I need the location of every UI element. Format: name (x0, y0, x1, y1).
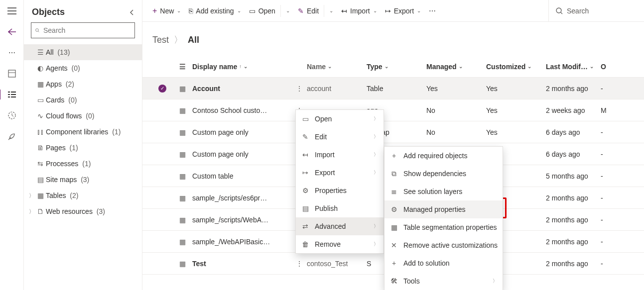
expand-icon[interactable]: 〉 (28, 192, 35, 199)
menu-item-import[interactable]: ↤Import〉 (296, 146, 384, 164)
tree-item-tables[interactable]: 〉 ▦ Tables (2) (24, 188, 142, 203)
submenu-item-add-to-solution[interactable]: +Add to solution (385, 254, 503, 272)
edit-button[interactable]: ✎Edit (294, 0, 323, 21)
tree-item-site-maps[interactable]: ▤ Site maps (3) (24, 172, 142, 188)
sidebar-title: Objects (32, 7, 65, 17)
row-owner: - (601, 260, 611, 268)
open-dropdown[interactable]: ⌄ (282, 0, 294, 21)
chevron-right-icon: 〉 (374, 223, 379, 230)
row-display-name: Custom page only (192, 150, 292, 158)
svg-rect-5 (11, 94, 16, 95)
tree-item-all[interactable]: ☰ All (13) (24, 44, 142, 60)
import-button[interactable]: ↤Import⌄ (337, 0, 381, 21)
new-button[interactable]: +New⌄ (148, 0, 185, 21)
col-type[interactable]: Type⌄ (367, 63, 426, 71)
col-owner[interactable]: O (601, 63, 611, 71)
menu-item-advanced[interactable]: ⇄Advanced〉 (296, 217, 384, 235)
advanced-icon: ⇄ (301, 222, 310, 231)
chevron-right-icon: 〉 (374, 241, 379, 248)
menu-item-properties[interactable]: ⚙Properties (296, 182, 384, 199)
submenu-item-show-dependencies[interactable]: ⧉Show dependencies (385, 165, 503, 183)
row-type-icon: ▦ (172, 85, 192, 93)
sidebar-search[interactable] (31, 22, 135, 38)
chevron-right-icon: 〉 (493, 278, 498, 285)
back-icon[interactable] (7, 27, 17, 37)
col-name[interactable]: Name⌄ (307, 63, 367, 71)
export-button[interactable]: ↦Export⌄ (381, 0, 425, 21)
table-icon: ▦ (389, 223, 398, 232)
menu-item-remove[interactable]: 🗑Remove〉 (296, 235, 384, 253)
tree-item-pages[interactable]: 🗎 Pages (1) (24, 140, 142, 156)
apps-icon: ▦ (35, 80, 46, 88)
row-owner: M (601, 106, 611, 114)
sidebar-collapse-icon[interactable] (129, 9, 134, 16)
svg-point-8 (36, 29, 39, 32)
edit-dropdown[interactable]: ⌄ (325, 0, 337, 21)
row-type: Table (367, 85, 426, 93)
row-type-icon: ▦ (172, 216, 192, 224)
tree-item-component-libraries[interactable]: ⫿⫿ Component libraries (1) (24, 124, 142, 140)
chevron-right-icon: 〉 (374, 151, 379, 158)
row-type-icon: ▦ (172, 172, 192, 180)
tree-item-processes[interactable]: ⇆ Processes (1) (24, 156, 142, 172)
tree-item-web-resources[interactable]: 〉 🗋 Web resources (3) (24, 203, 142, 219)
row-display-name: Contoso School custo… (192, 106, 292, 114)
col-last-modified[interactable]: Last Modif…⌄ (546, 63, 601, 71)
open-icon: ▭ (301, 114, 310, 123)
history-icon[interactable] (7, 110, 17, 120)
expand-icon[interactable]: 〉 (28, 208, 35, 215)
row-display-name: Custom page only (192, 128, 292, 136)
tree-item-cards[interactable]: ▭ Cards (0) (24, 92, 142, 108)
open-button[interactable]: ▭Open (245, 0, 279, 21)
breadcrumb-root[interactable]: Test (152, 35, 169, 45)
add-existing-button[interactable]: ⎘Add existing⌄ (185, 0, 245, 21)
sidebar-search-input[interactable] (43, 26, 130, 34)
table-row[interactable]: ✓ ▦ Account ⋮ account Table Yes Yes 2 mo… (142, 78, 644, 99)
row-menu-icon[interactable]: ⋮ (292, 85, 307, 93)
sort-icon[interactable]: ☰ (179, 63, 186, 71)
rocket-icon[interactable] (7, 131, 17, 141)
row-type-icon: ▦ (172, 150, 192, 158)
submenu-item-add-required-objects[interactable]: +Add required objects (385, 147, 503, 165)
row-menu-icon[interactable]: ⋮ (292, 260, 307, 268)
edit-icon: ✎ (298, 7, 304, 15)
row-owner: - (601, 85, 611, 93)
export-icon: ↦ (301, 168, 310, 177)
more-commands[interactable]: ⋯ (425, 0, 440, 21)
tree-item-apps[interactable]: ▦ Apps (2) (24, 76, 142, 92)
layers-icon: ≣ (389, 187, 398, 196)
chevron-right-icon: 〉 (374, 169, 379, 176)
command-search[interactable]: Search (548, 0, 638, 21)
list-icon: ☰ (35, 48, 46, 56)
plus-icon: + (389, 151, 398, 160)
table-row[interactable]: ▦ Contoso School custo… ⋮ age No Yes 2 w… (142, 99, 644, 121)
menu-item-publish[interactable]: ▤Publish (296, 199, 384, 217)
submenu-item-tools[interactable]: 🛠Tools〉 (385, 272, 503, 290)
menu-item-open[interactable]: ▭Open〉 (296, 110, 384, 128)
tree-item-cloud-flows[interactable]: ∿ Cloud flows (0) (24, 108, 142, 124)
submenu-item-managed-properties[interactable]: ⚙Managed properties (385, 200, 503, 218)
menu-item-edit[interactable]: ✎Edit〉 (296, 128, 384, 146)
submenu-item-table-segmentation-properties[interactable]: ▦Table segmentation properties (385, 218, 503, 236)
row-display-name: sample_/scripts/es6pr… (192, 194, 292, 202)
search-icon (35, 27, 39, 34)
submenu-item-see-solution-layers[interactable]: ≣See solution layers (385, 183, 503, 200)
col-customized[interactable]: Customized⌄ (486, 63, 546, 71)
col-managed[interactable]: Managed⌄ (426, 63, 486, 71)
row-display-name: Custom table (192, 172, 292, 180)
table-row[interactable]: ▦ Custom page only ⋮ ite Map No Yes 6 da… (142, 121, 644, 143)
gear-icon: ⚙ (301, 186, 310, 195)
row-modified: 6 days ago (546, 128, 601, 136)
tree-item-agents[interactable]: ◐ Agents (0) (24, 60, 142, 76)
row-type-icon: ▦ (172, 106, 192, 114)
objects-icon[interactable] (7, 90, 17, 99)
checked-icon[interactable]: ✓ (158, 85, 166, 93)
submenu-item-remove-active-customizations[interactable]: ✕Remove active customizations (385, 236, 503, 254)
overview-icon[interactable] (7, 69, 17, 79)
col-display-name[interactable]: Display name↑⌄ (192, 63, 292, 71)
row-owner: - (601, 194, 611, 202)
hamburger-icon[interactable] (7, 6, 17, 16)
row-display-name: sample_/WebAPIBasic… (192, 238, 292, 246)
menu-item-export[interactable]: ↦Export〉 (296, 164, 384, 182)
more-icon[interactable]: ⋯ (7, 48, 17, 58)
